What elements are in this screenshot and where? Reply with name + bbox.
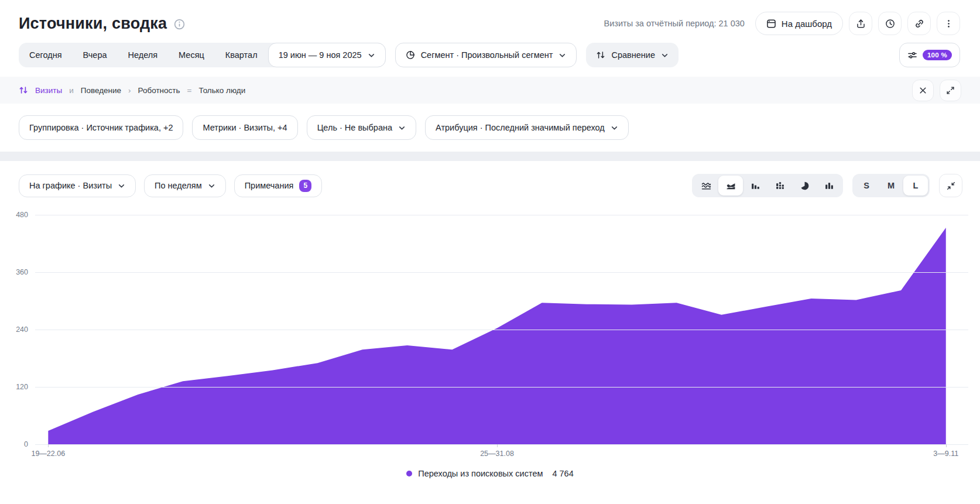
x-axis-tick [946,444,947,447]
compare-arrows-icon [596,50,605,60]
x-axis-tick [497,444,498,447]
kebab-icon [944,19,954,29]
attribution-chip[interactable]: Атрибуция · Последний значимый переход [425,115,629,140]
size-medium[interactable]: M [879,176,903,196]
band-metric-visits[interactable]: Визиты [35,86,62,95]
header: Источники, сводка Визиты за отчётный пер… [0,0,980,35]
line-chart-icon [701,181,711,191]
chevron-down-icon [558,52,566,59]
export-button[interactable] [849,12,872,35]
sampling-settings-button[interactable]: 100 % [899,43,960,67]
column-chart-icon [824,181,834,191]
y-axis-label: 480 [0,211,28,219]
section-divider [0,152,980,161]
info-icon[interactable] [174,19,185,30]
sliders-icon [907,50,917,60]
chart-card: На графике · Визиты По неделям Примечани… [0,161,980,478]
pie-chart-icon [800,181,810,191]
collapse-chart-button[interactable] [939,174,962,197]
chevron-down-icon [118,182,125,190]
expand-icon [946,86,955,95]
area-polygon [48,228,945,444]
band-filter-item[interactable]: Роботность [138,86,180,95]
chart-type-pie[interactable] [792,176,817,196]
chart-size-switcher: S M L [852,174,930,197]
period-grouping-selector[interactable]: По неделям [144,174,226,197]
chart-type-areas[interactable] [718,176,743,196]
x-axis-tick [48,444,49,447]
link-icon [914,19,924,29]
chart-legend[interactable]: Переходы из поисковых систем 4 764 [0,469,980,478]
notes-count-badge: 5 [299,180,311,192]
stacked-bar-icon [775,181,785,191]
segment-selector[interactable]: Сегмент · Произвольный сегмент [395,43,577,67]
period-presets: Сегодня Вчера Неделя Месяц Квартал 19 ию… [19,43,386,67]
plot-area[interactable]: 4803602401200 [0,215,968,444]
chart-controls: На графике · Визиты По неделям Примечани… [0,174,980,197]
chart-type-columns[interactable] [817,176,841,196]
notes-button[interactable]: Примечания 5 [234,174,323,197]
x-axis-label: 25—31.08 [480,450,514,458]
expand-button[interactable] [940,80,961,101]
on-chart-selector[interactable]: На графике · Визиты [19,174,136,197]
x-axis: 19—22.0625—31.083—9.11 [35,444,968,461]
copy-link-button[interactable] [907,12,931,35]
metrica-report-page: Источники, сводка Визиты за отчётный пер… [0,0,980,504]
gridline: 240 [35,330,968,330]
chevron-down-icon [398,124,406,132]
history-button[interactable] [878,12,902,35]
legend-value: 4 764 [552,469,573,478]
chart-type-lines[interactable] [694,176,718,196]
band-equals: = [187,86,192,95]
period-toolbar: Сегодня Вчера Неделя Месяц Квартал 19 ию… [0,43,980,67]
dashboard-icon [766,19,776,29]
legend-label: Переходы из поисковых систем [418,469,543,478]
y-axis-label: 120 [0,383,28,391]
remove-filter-button[interactable] [912,80,934,101]
gridline: 360 [35,272,968,273]
segment-pie-icon [406,50,415,60]
x-axis-label: 19—22.06 [31,450,65,458]
band-separator: › [128,86,131,95]
clock-icon [885,19,895,29]
add-to-dashboard-button[interactable]: На дашборд [755,12,843,35]
chart-type-stacked[interactable] [767,176,792,196]
chart-type-bars[interactable] [743,176,767,196]
date-range-picker[interactable]: 19 июн — 9 ноя 2025 [268,43,386,67]
export-icon [856,19,866,29]
preset-week[interactable]: Неделя [118,43,169,67]
metrics-chip[interactable]: Метрики · Визиты, +4 [192,115,297,140]
y-axis-label: 240 [0,325,28,334]
compare-arrows-icon [19,85,28,95]
area-chart-icon [726,181,736,191]
goal-chip[interactable]: Цель · Не выбрана [307,115,416,140]
chart-type-switcher [692,174,843,197]
chevron-down-icon [368,52,375,59]
chevron-down-icon [661,52,669,59]
preset-quarter[interactable]: Квартал [215,43,268,67]
visits-period-summary: Визиты за отчётный период: 21 030 [604,19,745,28]
preset-month[interactable]: Месяц [168,43,215,67]
bar-chart-icon [751,181,760,191]
gridline: 120 [35,387,968,388]
metric-filter-band: Визиты и Поведение › Роботность = Только… [0,77,980,104]
close-icon [919,86,927,95]
report-settings-chips: Группировка · Источник трафика, +2 Метри… [0,104,980,152]
more-menu-button[interactable] [937,12,960,35]
preset-yesterday[interactable]: Вчера [73,43,118,67]
band-filter-value[interactable]: Только люди [198,86,245,95]
band-filter-group[interactable]: Поведение [81,86,121,95]
chevron-down-icon [208,182,215,190]
gridline: 480 [35,215,968,215]
size-large[interactable]: L [903,176,928,196]
grouping-chip[interactable]: Группировка · Источник трафика, +2 [19,115,183,140]
chevron-down-icon [611,124,618,132]
page-title: Источники, сводка [19,15,167,33]
comparison-selector[interactable]: Сравнение [586,43,679,67]
collapse-icon [947,181,955,190]
sampling-badge: 100 % [923,50,952,60]
size-small[interactable]: S [854,176,879,196]
y-axis-label: 360 [0,268,28,276]
x-axis-label: 3—9.11 [933,450,958,458]
preset-today[interactable]: Сегодня [19,43,73,67]
